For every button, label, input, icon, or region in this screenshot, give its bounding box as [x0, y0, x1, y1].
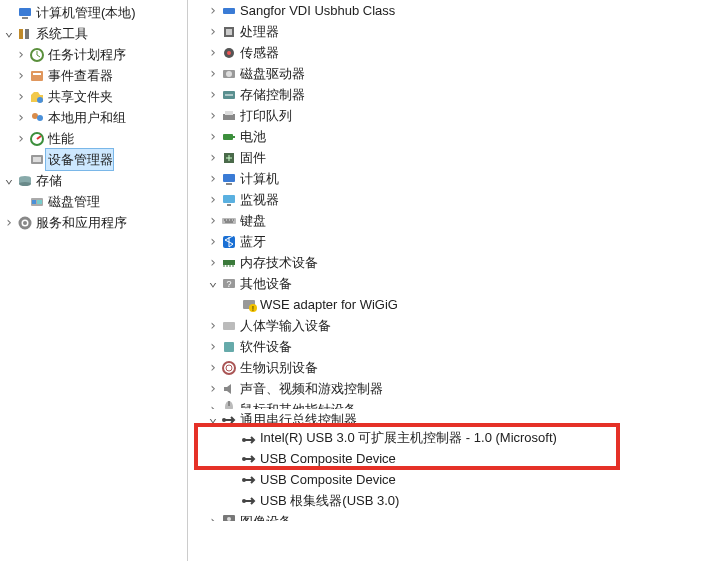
- expand-toggle[interactable]: ›: [206, 252, 220, 273]
- tree-item-label: 计算机: [238, 168, 279, 189]
- expand-toggle[interactable]: ›: [206, 21, 220, 42]
- usbctrl-icon: [220, 412, 238, 428]
- eventvwr-icon: [28, 68, 46, 84]
- tree-item[interactable]: 磁盘管理: [0, 191, 187, 212]
- expand-toggle[interactable]: ›: [206, 357, 220, 378]
- svg-point-54: [242, 478, 246, 482]
- collapse-toggle[interactable]: ⌄: [206, 271, 220, 292]
- tree-item[interactable]: 设备管理器: [0, 149, 187, 170]
- tree-item[interactable]: ›计算机: [188, 168, 717, 189]
- expand-toggle[interactable]: ›: [14, 44, 28, 65]
- tree-item[interactable]: ›电池: [188, 126, 717, 147]
- svg-point-15: [19, 182, 31, 186]
- tree-item[interactable]: ›蓝牙: [188, 231, 717, 252]
- expand-toggle[interactable]: ›: [206, 378, 220, 399]
- svg-rect-34: [223, 174, 235, 182]
- svg-rect-32: [233, 136, 235, 138]
- tree-item-label: 计算机管理(本地): [34, 2, 136, 23]
- tree-item[interactable]: ⌄存储: [0, 170, 187, 191]
- biometric-icon: [220, 360, 238, 376]
- tree-item[interactable]: ›磁盘驱动器: [188, 63, 717, 84]
- expand-toggle[interactable]: ›: [206, 63, 220, 84]
- tree-item[interactable]: ›打印队列: [188, 105, 717, 126]
- tree-item[interactable]: ›传感器: [188, 42, 717, 63]
- expand-toggle[interactable]: ›: [14, 86, 28, 107]
- svg-rect-6: [33, 73, 41, 75]
- expand-toggle[interactable]: ›: [206, 336, 220, 357]
- tree-item-label: 其他设备: [238, 273, 292, 294]
- svg-rect-18: [37, 200, 42, 204]
- keyboard-icon: [220, 213, 238, 229]
- tree-item[interactable]: ›固件: [188, 147, 717, 168]
- tree-item[interactable]: USB Composite Device: [188, 469, 717, 490]
- tasksched-icon: [28, 47, 46, 63]
- expand-toggle[interactable]: ›: [206, 168, 220, 189]
- tree-item[interactable]: !WSE adapter for WiGiG: [188, 294, 717, 315]
- expand-toggle[interactable]: ›: [206, 42, 220, 63]
- left-nav-tree[interactable]: 计算机管理(本地)⌄系统工具›任务计划程序›事件查看器›共享文件夹›本地用户和组…: [0, 0, 188, 561]
- tree-item[interactable]: ›存储控制器: [188, 84, 717, 105]
- svg-rect-38: [222, 218, 236, 224]
- tree-item[interactable]: ›本地用户和组: [0, 107, 187, 128]
- expand-toggle[interactable]: ›: [206, 147, 220, 168]
- expand-toggle[interactable]: ›: [14, 65, 28, 86]
- expand-toggle[interactable]: ›: [14, 107, 28, 128]
- tree-item[interactable]: USB 根集线器(USB 3.0): [188, 490, 717, 511]
- tree-item[interactable]: ›监视器: [188, 189, 717, 210]
- tree-item[interactable]: ⌄系统工具: [0, 23, 187, 44]
- tree-item-label: 事件查看器: [46, 65, 113, 86]
- tree-item[interactable]: ›事件查看器: [0, 65, 187, 86]
- expand-toggle[interactable]: ›: [206, 189, 220, 210]
- expand-toggle[interactable]: ›: [206, 105, 220, 126]
- tree-item[interactable]: ›图像设备: [188, 511, 717, 521]
- tree-item-label: 声音、视频和游戏控制器: [238, 378, 383, 399]
- expand-toggle[interactable]: ›: [206, 511, 220, 521]
- expand-toggle[interactable]: ›: [206, 84, 220, 105]
- expand-toggle[interactable]: ›: [206, 231, 220, 252]
- tree-item[interactable]: ⌄?其他设备: [188, 273, 717, 294]
- expand-toggle[interactable]: ›: [206, 210, 220, 231]
- expand-toggle[interactable]: ›: [206, 315, 220, 336]
- tree-item[interactable]: ›处理器: [188, 21, 717, 42]
- expand-toggle[interactable]: ›: [206, 0, 220, 21]
- devmgr-icon: [28, 152, 46, 168]
- tree-item[interactable]: ›人体学输入设备: [188, 315, 717, 336]
- svg-point-57: [227, 517, 231, 521]
- svg-rect-1: [22, 17, 28, 19]
- tree-item[interactable]: ›性能: [0, 128, 187, 149]
- tree-item[interactable]: ›声音、视频和游戏控制器: [188, 378, 717, 399]
- tree-item[interactable]: ⌄通用串行总线控制器: [188, 409, 717, 430]
- tree-item[interactable]: ›生物识别设备: [188, 357, 717, 378]
- svg-rect-2: [19, 29, 23, 39]
- svg-point-53: [242, 457, 246, 461]
- tree-item[interactable]: ›任务计划程序: [0, 44, 187, 65]
- tree-item-label: 内存技术设备: [238, 252, 318, 273]
- svg-rect-12: [33, 157, 41, 162]
- tree-item-label: 磁盘驱动器: [238, 63, 305, 84]
- tree-item[interactable]: ›软件设备: [188, 336, 717, 357]
- expand-toggle[interactable]: ›: [2, 212, 16, 233]
- svg-point-20: [23, 221, 27, 225]
- svg-point-49: [226, 365, 232, 371]
- expand-toggle[interactable]: ›: [206, 126, 220, 147]
- tree-item[interactable]: ›键盘: [188, 210, 717, 231]
- expand-toggle[interactable]: ›: [14, 128, 28, 149]
- tree-item-label: 通用串行总线控制器: [238, 409, 357, 430]
- tree-item[interactable]: ›Sangfor VDI Usbhub Class: [188, 0, 717, 21]
- collapse-toggle[interactable]: ⌄: [2, 168, 16, 189]
- tree-item[interactable]: 计算机管理(本地): [0, 2, 187, 23]
- tree-item[interactable]: Intel(R) USB 3.0 可扩展主机控制器 - 1.0 (Microso…: [188, 430, 717, 448]
- tree-item[interactable]: ›鼠标和其他指针设备: [188, 399, 717, 409]
- tree-item[interactable]: ›共享文件夹: [0, 86, 187, 107]
- cpu-icon: [220, 24, 238, 40]
- svg-rect-35: [226, 183, 232, 185]
- tree-item[interactable]: ›内存技术设备: [188, 252, 717, 273]
- sensor-icon: [220, 45, 238, 61]
- tree-item-label: 本地用户和组: [46, 107, 126, 128]
- collapse-toggle[interactable]: ⌄: [206, 407, 220, 428]
- tree-item[interactable]: USB Composite Device: [188, 448, 717, 469]
- tree-item[interactable]: ›服务和应用程序: [0, 212, 187, 233]
- tree-item-label: USB Composite Device: [258, 469, 396, 490]
- device-tree[interactable]: ›Sangfor VDI Usbhub Class›处理器›传感器›磁盘驱动器›…: [188, 0, 717, 561]
- collapse-toggle[interactable]: ⌄: [2, 21, 16, 42]
